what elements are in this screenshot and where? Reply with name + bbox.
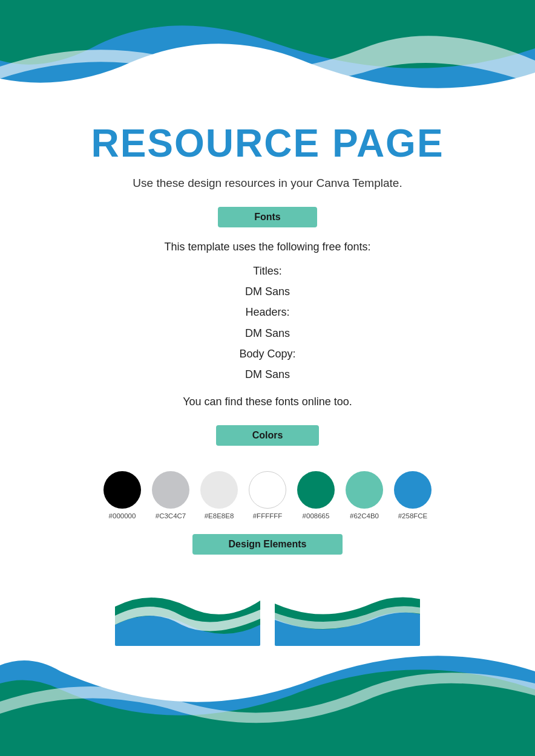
swatch-gray1: #C3C4C7 [152, 471, 189, 520]
swatch-teal: #62C4B0 [346, 471, 383, 520]
swatch-blue: #258FCE [394, 471, 432, 520]
fonts-badge: Fonts [218, 207, 317, 227]
swatch-circle-green [297, 471, 335, 509]
design-elements-badge: Design Elements [192, 534, 343, 555]
design-elements-section: Design Elements [0, 534, 535, 646]
swatch-black: #000000 [103, 471, 141, 520]
design-preview-left [115, 582, 260, 646]
swatch-label-gray2: #E8E8E8 [205, 512, 234, 520]
swatch-white: #FFFFFF [249, 471, 286, 520]
swatch-circle-white [249, 471, 286, 509]
page-title: RESOURCE PAGE [0, 121, 535, 166]
swatch-label-teal: #62C4B0 [350, 512, 379, 520]
font-titles-label: Titles: [0, 261, 535, 281]
swatch-gray2: #E8E8E8 [200, 471, 238, 520]
swatch-green: #008665 [297, 471, 335, 520]
swatch-circle-gray2 [200, 471, 238, 509]
colors-badge: Colors [216, 425, 320, 446]
main-content: RESOURCE PAGE Use these design resources… [0, 0, 535, 646]
design-elements-previews [0, 582, 535, 646]
swatch-label-white: #FFFFFF [253, 512, 283, 520]
swatch-circle-teal [346, 471, 383, 509]
font-titles-value: DM Sans [0, 281, 535, 302]
swatch-label-black: #000000 [109, 512, 136, 520]
fonts-section: Fonts This template uses the following f… [0, 207, 535, 408]
swatch-circle-black [103, 471, 141, 509]
font-body-value: DM Sans [0, 364, 535, 385]
swatch-circle-blue [394, 471, 432, 509]
fonts-intro: This template uses the following free fo… [0, 241, 535, 253]
swatch-label-green: #008665 [303, 512, 330, 520]
font-headers-value: DM Sans [0, 323, 535, 344]
swatch-label-blue: #258FCE [398, 512, 428, 520]
swatch-label-gray1: #C3C4C7 [156, 512, 186, 520]
design-preview-right [275, 582, 420, 646]
colors-section: Colors #000000 #C3C4C7 #E8E8E8 #FFFFFF #… [0, 425, 535, 520]
swatch-circle-gray1 [152, 471, 189, 509]
font-list: Titles: DM Sans Headers: DM Sans Body Co… [0, 261, 535, 385]
color-swatches: #000000 #C3C4C7 #E8E8E8 #FFFFFF #008665 … [0, 471, 535, 520]
fonts-footer: You can find these fonts online too. [0, 396, 535, 408]
font-body-label: Body Copy: [0, 344, 535, 364]
page-subtitle: Use these design resources in your Canva… [0, 177, 535, 190]
font-headers-label: Headers: [0, 302, 535, 322]
